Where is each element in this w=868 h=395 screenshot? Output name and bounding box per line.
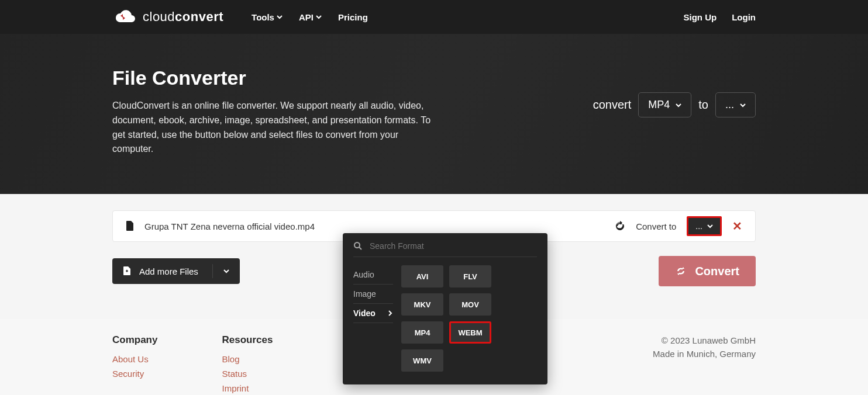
file-icon: [126, 221, 134, 231]
add-file-icon: [123, 266, 131, 276]
format-avi[interactable]: AVI: [401, 265, 443, 287]
page-title: File Converter: [112, 67, 440, 89]
from-format-value: MP4: [648, 99, 670, 111]
location-text: Made in Munich, Germany: [653, 348, 756, 361]
copyright-text: © 2023 Lunaweb GmbH: [653, 334, 756, 348]
nav-api-label: API: [299, 12, 314, 22]
category-list: Audio Image Video: [353, 265, 393, 372]
nav-signup[interactable]: Sign Up: [684, 12, 717, 22]
footer-columns: Company About Us Security Resources Blog…: [112, 334, 273, 395]
header-inner: cloudconvert Tools API Pricing Sign Up L…: [112, 8, 756, 26]
to-format-select[interactable]: ...: [715, 92, 756, 117]
format-search-row: [353, 241, 537, 257]
footer-resources-title: Resources: [222, 334, 273, 346]
footer-resources: Resources Blog Status Imprint: [222, 334, 273, 395]
header: cloudconvert Tools API Pricing Sign Up L…: [0, 0, 868, 34]
target-format-trigger[interactable]: ...: [687, 216, 722, 236]
chevron-right-icon: [387, 310, 393, 316]
add-more-label: Add more Files: [139, 266, 198, 276]
footer-imprint-link[interactable]: Imprint: [222, 383, 273, 393]
format-flv[interactable]: FLV: [449, 265, 491, 287]
nav-login[interactable]: Login: [732, 12, 756, 22]
category-audio[interactable]: Audio: [353, 265, 393, 285]
page-description: CloudConvert is an online file converter…: [112, 99, 440, 157]
to-label: to: [698, 98, 708, 112]
cloud-logo-icon: [112, 8, 137, 26]
category-image[interactable]: Image: [353, 285, 393, 304]
nav-api[interactable]: API: [299, 12, 322, 22]
footer-security-link[interactable]: Security: [112, 369, 157, 379]
file-name: Grupa TNT Zena neverna official video.mp…: [144, 221, 315, 231]
format-wmv[interactable]: WMV: [401, 349, 443, 372]
footer-status-link[interactable]: Status: [222, 369, 273, 379]
svg-rect-1: [126, 270, 128, 272]
chevron-down-icon: [277, 14, 283, 20]
nav-tools-label: Tools: [252, 12, 274, 22]
brand-text: cloudconvert: [143, 9, 223, 25]
remove-file-button[interactable]: ✕: [732, 219, 742, 233]
hero: File Converter CloudConvert is an online…: [0, 34, 868, 194]
logo[interactable]: cloudconvert: [112, 8, 223, 26]
nav-main: Tools API Pricing: [252, 12, 368, 22]
from-format-select[interactable]: MP4: [638, 92, 691, 117]
nav-pricing-label: Pricing: [338, 12, 368, 22]
convert-button[interactable]: Convert: [659, 256, 756, 286]
convert-button-label: Convert: [695, 265, 739, 278]
convert-label: convert: [593, 98, 632, 112]
chevron-down-icon: [223, 268, 229, 274]
convert-icon: [675, 265, 687, 277]
svg-line-3: [359, 247, 361, 250]
footer-blog-link[interactable]: Blog: [222, 354, 273, 364]
footer-copyright: © 2023 Lunaweb GmbH Made in Munich, Germ…: [653, 334, 756, 395]
chevron-down-icon: [676, 102, 681, 108]
add-more-files-button[interactable]: Add more Files: [112, 258, 240, 284]
search-icon: [353, 241, 363, 251]
footer-about-link[interactable]: About Us: [112, 354, 157, 364]
format-mov[interactable]: MOV: [449, 293, 491, 316]
format-search-input[interactable]: [370, 241, 537, 251]
chevron-down-icon: [740, 102, 746, 108]
nav-signup-label: Sign Up: [684, 12, 717, 22]
to-format-value: ...: [725, 99, 734, 111]
target-format-value: ...: [695, 221, 702, 231]
refresh-icon: [615, 221, 625, 231]
category-video[interactable]: Video: [353, 304, 393, 323]
format-webm[interactable]: WEBM: [449, 321, 491, 344]
format-dropdown: Audio Image Video AVI FLV MKV MOV MP4 WE…: [343, 233, 547, 384]
convert-to-label: Convert to: [636, 221, 676, 231]
dropdown-body: Audio Image Video AVI FLV MKV MOV MP4 WE…: [353, 265, 537, 372]
convert-bar: convert MP4 to ...: [593, 92, 756, 117]
format-mkv[interactable]: MKV: [401, 293, 443, 316]
chevron-down-icon: [316, 14, 322, 20]
nav-pricing[interactable]: Pricing: [338, 12, 368, 22]
nav-login-label: Login: [732, 12, 756, 22]
hero-text: File Converter CloudConvert is an online…: [112, 67, 440, 157]
footer-company: Company About Us Security: [112, 334, 157, 395]
format-mp4[interactable]: MP4: [401, 321, 443, 344]
divider: [212, 264, 213, 278]
category-video-label: Video: [353, 309, 376, 318]
category-audio-label: Audio: [353, 270, 374, 279]
nav-right: Sign Up Login: [684, 12, 756, 22]
footer-company-title: Company: [112, 334, 157, 346]
chevron-down-icon: [707, 223, 713, 229]
category-image-label: Image: [353, 289, 376, 299]
format-grid: AVI FLV MKV MOV MP4 WEBM WMV: [401, 265, 537, 372]
nav-tools[interactable]: Tools: [252, 12, 283, 22]
svg-point-2: [354, 242, 360, 248]
hero-inner: File Converter CloudConvert is an online…: [112, 67, 756, 157]
